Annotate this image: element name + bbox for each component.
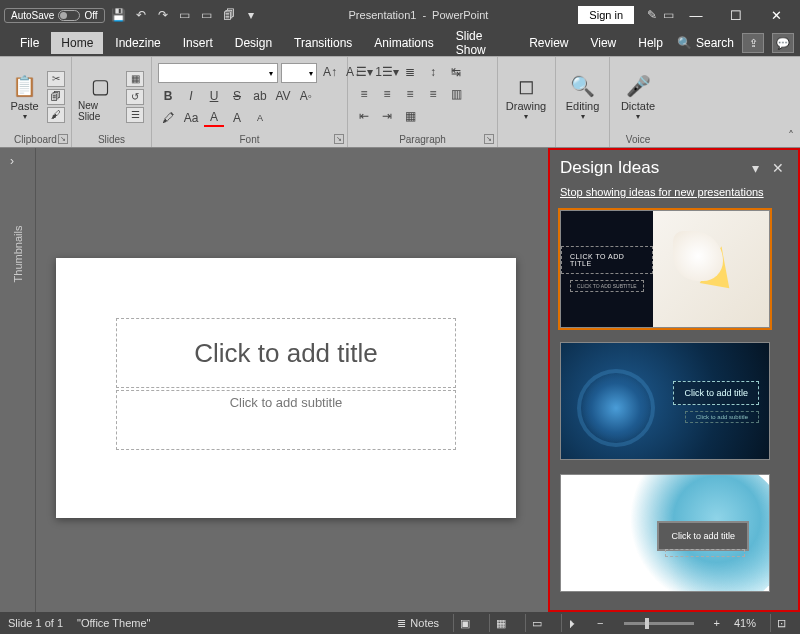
slide-canvas[interactable]: Click to add title Click to add subtitle… bbox=[36, 148, 800, 612]
pane-menu-button[interactable]: ▾ bbox=[748, 160, 763, 176]
qat-icon-2[interactable]: ▭ bbox=[199, 7, 215, 23]
bullets-button[interactable]: ☰▾ bbox=[354, 63, 374, 81]
zoom-level[interactable]: 41% bbox=[734, 617, 756, 629]
autosave-toggle[interactable]: AutoSave Off bbox=[4, 8, 105, 23]
tab-design[interactable]: Design bbox=[225, 32, 282, 54]
tab-home[interactable]: Home bbox=[51, 32, 103, 54]
subtitle-placeholder[interactable]: Click to add subtitle bbox=[116, 390, 456, 450]
design-idea-3[interactable]: Click to add title bbox=[560, 474, 770, 592]
undo-icon[interactable]: ↶ bbox=[133, 7, 149, 23]
chevron-down-icon: ▾ bbox=[309, 69, 313, 78]
tab-file[interactable]: File bbox=[10, 32, 49, 54]
list-level-button[interactable]: ≣ bbox=[400, 63, 420, 81]
tab-indezine[interactable]: Indezine bbox=[105, 32, 170, 54]
justify-button[interactable]: ≡ bbox=[423, 85, 443, 103]
slide-indicator[interactable]: Slide 1 of 1 bbox=[8, 617, 63, 629]
reset-button[interactable]: ↺ bbox=[126, 89, 144, 105]
case-button[interactable]: Aa bbox=[181, 109, 201, 127]
comments-button[interactable]: 💬 bbox=[772, 33, 794, 53]
normal-view-button[interactable]: ▣ bbox=[453, 614, 475, 632]
layout-button[interactable]: ▦ bbox=[126, 71, 144, 87]
italic-button[interactable]: I bbox=[181, 87, 201, 105]
design-idea-1[interactable]: CLICK TO ADD TITLE CLICK TO ADD SUBTITLE bbox=[560, 210, 770, 328]
font-launcher[interactable]: ↘ bbox=[334, 134, 344, 144]
paste-button[interactable]: 📋Paste▾ bbox=[6, 72, 43, 121]
slide[interactable]: Click to add title Click to add subtitle bbox=[56, 258, 516, 518]
spacing-button[interactable]: AV bbox=[273, 87, 293, 105]
font-color-button[interactable]: A bbox=[204, 109, 224, 127]
tab-transitions[interactable]: Transitions bbox=[284, 32, 362, 54]
align-left-button[interactable]: ≡ bbox=[354, 85, 374, 103]
strike-button[interactable]: S bbox=[227, 87, 247, 105]
qat-icon[interactable]: ▭ bbox=[177, 7, 193, 23]
grow-font-button[interactable]: A bbox=[227, 109, 247, 127]
drawing-button[interactable]: ◻Drawing▾ bbox=[504, 72, 548, 121]
new-slide-label: New Slide bbox=[78, 100, 122, 122]
increase-font-button[interactable]: A↑ bbox=[320, 63, 340, 81]
font-size-select[interactable]: ▾ bbox=[281, 63, 317, 83]
slideshow-view-button[interactable]: ⏵ bbox=[561, 614, 583, 632]
expand-thumbnails-icon[interactable]: › bbox=[10, 154, 14, 168]
stop-showing-link[interactable]: Stop showing ideas for new presentations bbox=[550, 186, 798, 206]
increase-indent-button[interactable]: ⇥ bbox=[377, 107, 397, 125]
copy-button[interactable]: 🗐 bbox=[47, 89, 65, 105]
toggle-off-icon bbox=[58, 10, 80, 21]
line-spacing-button[interactable]: ↕ bbox=[423, 63, 443, 81]
ribbon-options-icon[interactable]: ▭ bbox=[660, 7, 676, 23]
minimize-button[interactable]: — bbox=[676, 1, 716, 29]
highlight-button[interactable]: 🖍 bbox=[158, 109, 178, 127]
tab-view[interactable]: View bbox=[580, 32, 626, 54]
save-icon[interactable]: 💾 bbox=[111, 7, 127, 23]
thumbnail-panel[interactable]: › Thumbnails bbox=[0, 148, 36, 612]
signin-button[interactable]: Sign in bbox=[578, 6, 634, 24]
align-center-button[interactable]: ≡ bbox=[377, 85, 397, 103]
redo-icon[interactable]: ↷ bbox=[155, 7, 171, 23]
shrink-font-button[interactable]: A bbox=[250, 109, 270, 127]
clear-format-button[interactable]: A◦ bbox=[296, 87, 316, 105]
paragraph-launcher[interactable]: ↘ bbox=[484, 134, 494, 144]
title-placeholder[interactable]: Click to add title bbox=[116, 318, 456, 388]
qat-dropdown-icon[interactable]: ▾ bbox=[243, 7, 259, 23]
sorter-view-button[interactable]: ▦ bbox=[489, 614, 511, 632]
collapse-ribbon-button[interactable]: ˄ bbox=[788, 129, 794, 143]
draw-icon[interactable]: ✎ bbox=[644, 7, 660, 23]
tab-review[interactable]: Review bbox=[519, 32, 578, 54]
design-idea-2[interactable]: Click to add title Click to add subtitle bbox=[560, 342, 770, 460]
shadow-button[interactable]: ab bbox=[250, 87, 270, 105]
group-slides: Slides bbox=[78, 132, 145, 145]
share-button[interactable]: ⇪ bbox=[742, 33, 764, 53]
chevron-down-icon: ▾ bbox=[636, 112, 640, 121]
qat-icon-3[interactable]: 🗐 bbox=[221, 7, 237, 23]
notes-button[interactable]: ≣Notes bbox=[397, 617, 439, 630]
text-direction-button[interactable]: ↹ bbox=[446, 63, 466, 81]
font-name-select[interactable]: ▾ bbox=[158, 63, 278, 83]
align-right-button[interactable]: ≡ bbox=[400, 85, 420, 103]
fit-to-window-button[interactable]: ⊡ bbox=[770, 614, 792, 632]
editing-button[interactable]: 🔍Editing▾ bbox=[562, 72, 603, 121]
zoom-in-button[interactable]: + bbox=[714, 617, 720, 629]
search-box[interactable]: 🔍Search bbox=[677, 36, 734, 50]
zoom-slider[interactable] bbox=[624, 622, 694, 625]
tab-help[interactable]: Help bbox=[628, 32, 673, 54]
zoom-out-button[interactable]: − bbox=[597, 617, 603, 629]
bold-button[interactable]: B bbox=[158, 87, 178, 105]
tab-slideshow[interactable]: Slide Show bbox=[446, 25, 517, 61]
underline-button[interactable]: U bbox=[204, 87, 224, 105]
decrease-indent-button[interactable]: ⇤ bbox=[354, 107, 374, 125]
dictate-button[interactable]: 🎤Dictate▾ bbox=[616, 72, 660, 121]
tab-animations[interactable]: Animations bbox=[364, 32, 443, 54]
new-slide-button[interactable]: ▢New Slide bbox=[78, 72, 122, 122]
clipboard-launcher[interactable]: ↘ bbox=[58, 134, 68, 144]
pane-close-button[interactable]: ✕ bbox=[768, 160, 788, 176]
maximize-button[interactable]: ☐ bbox=[716, 1, 756, 29]
cut-button[interactable]: ✂ bbox=[47, 71, 65, 87]
convert-smartart-button[interactable]: ▦ bbox=[400, 107, 420, 125]
reading-view-button[interactable]: ▭ bbox=[525, 614, 547, 632]
format-painter-button[interactable]: 🖌 bbox=[47, 107, 65, 123]
numbering-button[interactable]: 1☰▾ bbox=[377, 63, 397, 81]
section-button[interactable]: ☰ bbox=[126, 107, 144, 123]
columns-button[interactable]: ▥ bbox=[446, 85, 466, 103]
tab-insert[interactable]: Insert bbox=[173, 32, 223, 54]
close-button[interactable]: ✕ bbox=[756, 1, 796, 29]
card3-sub bbox=[665, 549, 745, 557]
